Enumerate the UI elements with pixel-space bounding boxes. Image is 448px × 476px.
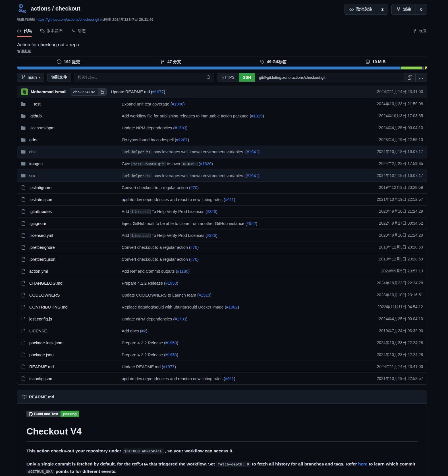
issue-link[interactable]: #611 <box>225 376 234 381</box>
language-bar[interactable] <box>17 67 427 69</box>
fork-button[interactable]: 派生 0 <box>391 4 427 15</box>
issue-link[interactable]: #1977 <box>163 365 175 369</box>
file-name-link[interactable]: .gitignore <box>29 221 46 226</box>
issue-link[interactable]: #1941 <box>247 150 258 154</box>
file-name-link[interactable]: LICENSE <box>29 329 47 333</box>
file-commit-date: 2022年11月11日 04:54:12 <box>352 305 423 310</box>
issue-link[interactable]: #326 <box>207 209 216 214</box>
unwatch-button[interactable]: 取消关注 2 <box>345 4 388 15</box>
file-name-link[interactable]: README.md <box>29 365 54 369</box>
issue-link[interactable]: #1180 <box>177 269 188 274</box>
search-icon[interactable] <box>206 75 211 80</box>
file-name-link[interactable]: tsconfig.json <box>29 376 52 381</box>
issue-link[interactable]: #611 <box>225 197 234 202</box>
file-name-link[interactable]: action.yml <box>29 269 48 274</box>
language-segment[interactable] <box>401 67 422 69</box>
issue-link[interactable]: #70 <box>190 245 197 250</box>
readme-header[interactable]: README.md <box>17 390 427 404</box>
stat-branches-label: 47 分支 <box>167 59 181 65</box>
tab-code[interactable]: 代码 <box>17 26 32 37</box>
issue-link[interactable]: #1287 <box>176 138 188 142</box>
issue-link[interactable]: #326 <box>207 233 216 238</box>
file-icon <box>21 329 26 333</box>
issue-link[interactable]: #1953 <box>165 281 177 285</box>
file-name-link[interactable]: dist <box>29 150 36 154</box>
mirror-prefix: 镜像自地址 <box>17 17 36 22</box>
language-segment[interactable] <box>17 67 401 69</box>
file-icon <box>21 257 26 262</box>
file-name-link[interactable]: images <box>29 162 43 166</box>
clone-url-field[interactable]: git@git.luting.zone:actions/checkout.git <box>255 73 404 82</box>
file-name-link[interactable]: .prettierrc.json <box>29 257 55 262</box>
file-name-link[interactable]: .gitattributes <box>29 209 52 214</box>
file-name-link[interactable]: src <box>29 173 35 178</box>
issue-link[interactable]: #2 <box>141 329 146 333</box>
file-name-link[interactable]: .eslintrc.json <box>29 197 52 202</box>
file-commit-date: 2024年10月23日 22:24:28 <box>352 352 423 357</box>
issue-link[interactable]: #1620 <box>200 162 211 166</box>
file-icon <box>21 245 26 250</box>
goto-file-button[interactable]: 转到文件 <box>47 73 71 82</box>
tab-settings[interactable]: 设置 <box>412 26 427 37</box>
issue-link[interactable]: #1919 <box>251 114 262 118</box>
mirror-info: 镜像自地址 https://github.com/actions/checkou… <box>17 17 427 22</box>
file-name-link[interactable]: CODEOWNERS <box>29 293 60 297</box>
commit-sha[interactable]: cbb722410c <box>70 88 98 95</box>
tab-settings-label: 设置 <box>419 28 427 34</box>
ci-badge[interactable]: Build and Test passing <box>26 411 79 417</box>
file-name-link[interactable]: .licenses/npm <box>29 126 55 130</box>
tab-releases[interactable]: 版本发布 <box>40 26 63 37</box>
fork-count[interactable]: 0 <box>416 4 427 15</box>
issue-link[interactable]: #1703 <box>175 317 186 321</box>
file-name-link[interactable]: adrs <box>29 138 37 142</box>
commit-author[interactable]: Mohammad Ismail <box>31 90 67 94</box>
language-segment[interactable] <box>424 67 427 69</box>
file-name-link[interactable]: package-lock.json <box>29 341 62 345</box>
issue-link[interactable]: #1946 <box>172 102 183 106</box>
file-name-link[interactable]: package.json <box>29 353 53 357</box>
language-segment[interactable] <box>422 67 424 69</box>
commit-sha-badge[interactable]: cbb722410c <box>70 88 107 96</box>
issue-link[interactable]: #1703 <box>175 126 186 130</box>
issue-link[interactable]: #70 <box>190 185 197 190</box>
stat-branches[interactable]: 47 分支 <box>120 59 222 65</box>
search-input[interactable] <box>74 73 214 82</box>
file-commit-message: Convert checkout to a regular action (#7… <box>122 257 352 262</box>
clone-https-button[interactable]: HTTPS <box>217 73 239 82</box>
tab-activity[interactable]: 动态 <box>71 26 86 37</box>
issue-link[interactable]: here <box>358 461 368 466</box>
mirror-url-link[interactable]: https://github.com/actions/checkout.git <box>37 17 99 22</box>
file-name-link[interactable]: .github <box>29 114 42 118</box>
repo-tabbar: 代码 版本发布 动态 设置 <box>0 26 448 37</box>
manage-topics-link[interactable]: 管理主题 <box>17 49 31 54</box>
issue-link[interactable]: #1977 <box>152 90 164 94</box>
watch-count[interactable]: 2 <box>377 4 388 15</box>
file-commit-date: 2024年4月25日 00:04:10 <box>352 316 423 322</box>
stat-commits[interactable]: 192 提交 <box>17 59 120 65</box>
file-name-link[interactable]: CHANGELOG.md <box>29 281 63 285</box>
issue-link[interactable]: #1510 <box>199 293 210 297</box>
issue-link[interactable]: #70 <box>190 257 197 262</box>
clone-more-button[interactable]: ... <box>415 73 427 82</box>
branch-selector[interactable]: main ▾ <box>17 73 44 82</box>
issue-link[interactable]: #1941 <box>247 173 258 178</box>
issue-link[interactable]: #922 <box>247 221 256 226</box>
github-icon <box>29 412 33 416</box>
file-name-link[interactable]: jest.config.js <box>29 317 52 321</box>
clone-ssh-button[interactable]: SSH <box>239 73 255 82</box>
file-row: .gitattributesAdd Licensed To Help Verif… <box>17 205 427 217</box>
file-name-link[interactable]: .licensed.yml <box>29 233 53 238</box>
issue-link[interactable]: #1002 <box>226 305 238 309</box>
file-name-link[interactable]: __test__ <box>29 102 45 106</box>
file-name-link[interactable]: .eslintignore <box>29 185 51 190</box>
avatar[interactable] <box>21 88 28 95</box>
file-commit-date: 2024年2月22日 17:59:35 <box>352 161 423 166</box>
issue-link[interactable]: #1953 <box>165 353 177 357</box>
copy-icon[interactable] <box>404 73 415 82</box>
file-name-link[interactable]: .prettierignore <box>29 245 55 250</box>
stat-tags[interactable]: 49 Git标签 <box>222 59 324 65</box>
issue-link[interactable]: #1953 <box>165 341 177 345</box>
file-icon <box>21 341 26 345</box>
file-name-link[interactable]: CONTRIBUTING.md <box>29 305 68 309</box>
stat-size[interactable]: 10 MiB <box>324 59 427 64</box>
